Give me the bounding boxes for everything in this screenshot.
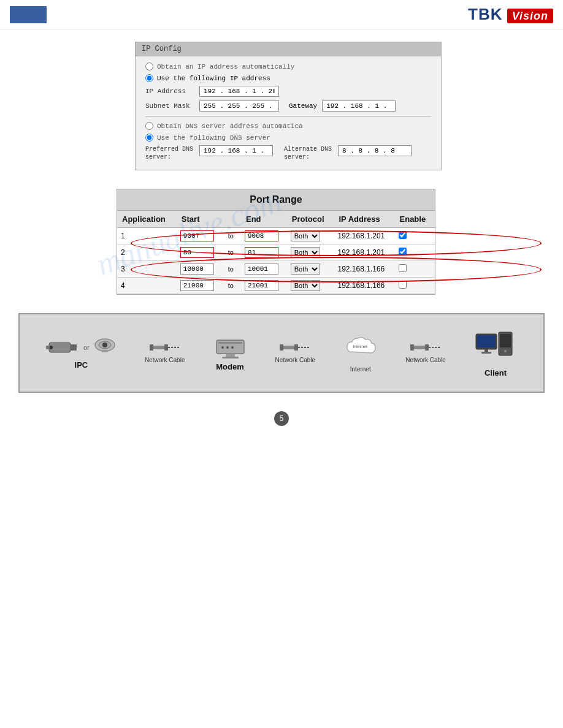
col-application: Application (117, 211, 177, 228)
gateway-label: Gateway (289, 102, 317, 110)
logo-vision-text: Vision (507, 9, 553, 23)
row4-end-cell (241, 278, 287, 294)
row3-protocol-cell: Both TCP UDP (287, 261, 334, 278)
bullet-camera-icon (46, 336, 80, 358)
col-ip-address: IP Address (334, 211, 394, 228)
page-number-badge: 5 (274, 411, 289, 426)
row3-enable-checkbox[interactable] (399, 264, 407, 272)
ip-address-input[interactable] (199, 86, 279, 97)
cable-line1-icon (168, 346, 180, 349)
row3-end-cell (241, 261, 287, 278)
cable-connector2-icon (280, 343, 298, 352)
svg-rect-18 (222, 357, 239, 358)
table-row: 4 to Both TCP UDP (117, 278, 435, 294)
cable1-label: Network Cable (145, 357, 185, 363)
row3-enable-cell (395, 261, 435, 278)
row4-start-input[interactable] (180, 280, 214, 291)
radio-auto-ip-row: Obtain an IP address automatically (145, 63, 431, 70)
row2-enable-checkbox[interactable] (399, 248, 407, 256)
radio-auto-dns[interactable] (145, 122, 153, 130)
row4-protocol-cell: Both TCP UDP (287, 278, 334, 294)
or-text: or (83, 344, 90, 351)
row1-start-input[interactable] (180, 230, 214, 241)
row3-start-cell (177, 261, 223, 278)
row3-app: 3 (117, 261, 177, 278)
alternate-dns-input[interactable] (338, 145, 412, 156)
port-range-title: Port Range (117, 189, 435, 211)
radio-auto-ip[interactable] (145, 63, 153, 70)
svg-point-6 (102, 343, 107, 347)
svg-rect-13 (218, 342, 242, 344)
row1-enable-cell (395, 228, 435, 245)
row2-ip: 192.168.1.201 (334, 245, 394, 261)
svg-rect-32 (477, 335, 496, 347)
row3-end-input[interactable] (245, 264, 278, 275)
svg-point-30 (504, 350, 507, 352)
row2-to: to (223, 245, 241, 261)
config-divider (145, 116, 431, 117)
table-row: 1 to Both TCP UDP (117, 228, 435, 245)
ip-address-label: IP Address (145, 88, 194, 95)
row4-ip: 192.168.1.166 (334, 278, 394, 294)
row4-end-input[interactable] (245, 280, 278, 291)
internet-cloud-icon: Internet (343, 333, 377, 361)
row2-app: 2 (117, 245, 177, 261)
page-number-section: 5 (0, 411, 563, 438)
modem-label: Modem (216, 362, 244, 371)
row3-start-input[interactable] (180, 264, 214, 275)
preferred-dns-input[interactable] (199, 145, 273, 156)
dome-camera-icon (93, 336, 117, 358)
modem-group: Modem (213, 335, 247, 371)
row1-ip: 192.168.1.201 (334, 228, 394, 245)
svg-rect-1 (71, 344, 77, 351)
client-label: Client (484, 368, 507, 377)
row4-protocol-select[interactable]: Both TCP UDP (291, 280, 320, 291)
logo-tbk-text: TBK (468, 5, 502, 23)
col-to (223, 211, 241, 228)
svg-rect-25 (410, 344, 414, 351)
radio-manual-ip[interactable] (145, 74, 153, 82)
radio-manual-dns-label: Use the following DNS server (157, 134, 270, 142)
row1-end-cell (241, 228, 287, 245)
svg-rect-29 (500, 334, 511, 347)
ip-config-section: IP Config Obtain an IP address automatic… (135, 42, 442, 170)
radio-manual-dns[interactable] (145, 134, 153, 142)
modem-icon (213, 335, 247, 360)
row2-end-input[interactable] (245, 247, 278, 258)
radio-auto-dns-label: Obtain DNS server address automatica (157, 123, 303, 130)
svg-rect-3 (46, 346, 50, 349)
row3-ip: 192.168.1.166 (334, 261, 394, 278)
row4-to: to (223, 278, 241, 294)
svg-text:Internet: Internet (353, 344, 367, 349)
row2-start-cell (177, 245, 223, 261)
table-row: 3 to Both TCP UDP (117, 261, 435, 278)
radio-auto-dns-row: Obtain DNS server address automatica (145, 122, 431, 130)
radio-manual-ip-label: Use the following IP address (157, 75, 270, 82)
cable1-group: Network Cable (145, 343, 185, 363)
row1-protocol-select[interactable]: Both TCP UDP (291, 230, 320, 241)
row2-enable-cell (395, 245, 435, 261)
port-range-table: Application Start End Protocol IP Addres… (117, 211, 435, 294)
table-header-row: Application Start End Protocol IP Addres… (117, 211, 435, 228)
row1-enable-checkbox[interactable] (399, 231, 407, 239)
row3-to: to (223, 261, 241, 278)
gateway-input[interactable] (322, 100, 396, 112)
row2-end-cell (241, 245, 287, 261)
row2-protocol-select[interactable]: Both TCP UDP (291, 247, 320, 258)
row2-start-input[interactable] (180, 247, 214, 258)
row1-start-cell (177, 228, 223, 245)
row2-protocol-cell: Both TCP UDP (287, 245, 334, 261)
ip-config-box: IP Config Obtain an IP address automatic… (135, 42, 442, 170)
row1-end-input[interactable] (245, 230, 278, 241)
subnet-mask-input[interactable] (199, 100, 279, 112)
radio-manual-ip-row: Use the following IP address (145, 74, 431, 82)
row1-to: to (223, 228, 241, 245)
radio-manual-dns-row: Use the following DNS server (145, 134, 431, 142)
header-blue-box (10, 6, 47, 23)
page-header: TBK Vision (0, 0, 563, 29)
row3-protocol-select[interactable]: Both TCP UDP (291, 264, 320, 275)
client-group: Client (474, 329, 517, 377)
row4-start-cell (177, 278, 223, 294)
row1-protocol-cell: Both TCP UDP (287, 228, 334, 245)
row4-enable-checkbox[interactable] (399, 281, 407, 289)
